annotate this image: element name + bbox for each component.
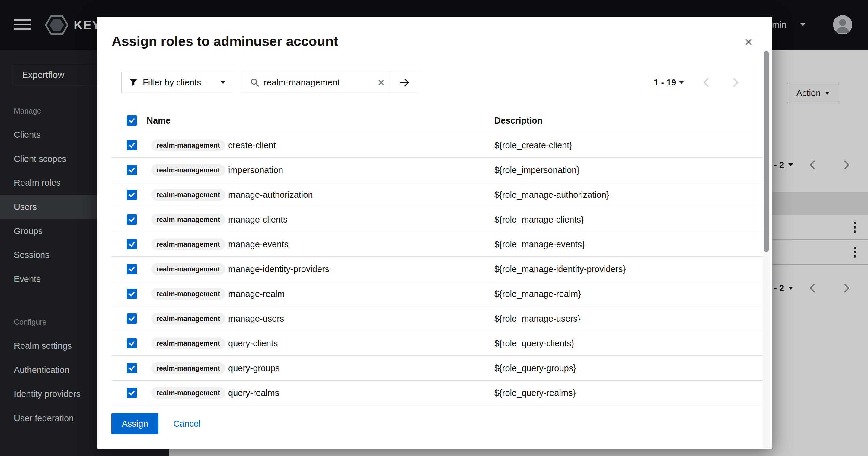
row-checkbox[interactable] — [127, 338, 137, 348]
row-checkbox[interactable] — [127, 289, 137, 299]
row-checkbox[interactable] — [127, 165, 137, 175]
search-icon — [250, 78, 259, 87]
role-description-cell: ${role_query-groups} — [494, 363, 576, 373]
client-badge: realm-management — [151, 313, 225, 324]
role-description-cell: ${role_manage-users} — [494, 313, 580, 323]
assign-button[interactable]: Assign — [112, 413, 158, 434]
table-row: realm-management manage-authorization ${… — [112, 182, 763, 207]
role-description-cell: ${role_manage-events} — [494, 239, 585, 249]
role-name-cell: manage-identity-providers — [228, 264, 329, 274]
filter-label: Filter by clients — [143, 78, 216, 88]
client-badge: realm-management — [151, 263, 225, 275]
filter-caret-icon — [221, 81, 225, 84]
role-description-cell: ${role_manage-authorization} — [494, 190, 609, 200]
arrow-right-icon — [400, 77, 410, 88]
close-icon[interactable]: × — [740, 34, 756, 50]
search-input-wrapper: × — [244, 72, 391, 93]
table-row: realm-management query-realms ${role_que… — [112, 380, 763, 405]
role-description-cell: ${role_query-realms} — [494, 388, 576, 398]
search-input[interactable] — [264, 78, 374, 88]
pagination: 1 - 19 — [654, 72, 741, 93]
table-row: realm-management query-groups ${role_que… — [112, 356, 763, 380]
column-header-name: Name — [147, 116, 170, 125]
client-badge: realm-management — [151, 238, 225, 250]
row-checkbox[interactable] — [127, 363, 137, 373]
role-name-cell: query-clients — [228, 338, 278, 348]
row-checkbox[interactable] — [127, 388, 137, 398]
client-badge: realm-management — [151, 362, 225, 374]
roles-table-body: realm-management create-client ${role_cr… — [112, 133, 763, 405]
client-badge: realm-management — [151, 164, 225, 176]
search-group: × — [244, 72, 419, 93]
clear-search-icon[interactable]: × — [378, 77, 384, 88]
role-description-cell: ${role_manage-realm} — [494, 289, 581, 299]
role-name-cell: manage-clients — [228, 215, 288, 224]
role-name-cell: query-groups — [228, 363, 280, 373]
row-checkbox[interactable] — [127, 239, 137, 250]
table-row: realm-management impersonation ${role_im… — [112, 158, 763, 182]
role-description-cell: ${role_manage-identity-providers} — [494, 264, 626, 274]
pagination-range[interactable]: 1 - 19 — [654, 78, 676, 88]
table-row: realm-management query-clients ${role_qu… — [112, 331, 763, 356]
check-icon — [129, 167, 135, 173]
role-description-cell: ${role_impersonation} — [494, 165, 580, 175]
column-header-description: Description — [494, 116, 542, 125]
check-icon — [129, 290, 135, 297]
table-row: realm-management manage-realm ${role_man… — [112, 281, 763, 306]
pagination-prev-button[interactable] — [701, 77, 712, 88]
client-badge: realm-management — [151, 139, 225, 151]
check-icon — [129, 315, 135, 322]
table-row: realm-management manage-identity-provide… — [112, 257, 763, 281]
assign-roles-modal: Assign roles to adminuser account × Filt… — [97, 17, 772, 449]
role-name-cell: manage-events — [228, 239, 288, 249]
modal-scrollbar[interactable] — [763, 50, 770, 449]
role-name-cell: manage-realm — [228, 289, 285, 299]
check-icon — [129, 192, 135, 198]
check-icon — [129, 117, 135, 124]
role-description-cell: ${role_create-client} — [494, 140, 572, 150]
row-checkbox[interactable] — [127, 313, 137, 324]
role-name-cell: impersonation — [228, 165, 283, 175]
table-row: realm-management create-client ${role_cr… — [112, 133, 763, 158]
table-row: realm-management manage-events ${role_ma… — [112, 232, 763, 257]
check-icon — [129, 216, 135, 223]
role-description-cell: ${role_manage-clients} — [494, 215, 584, 224]
table-header: Name Description — [112, 108, 763, 133]
table-row: realm-management manage-users ${role_man… — [112, 306, 763, 331]
row-checkbox[interactable] — [127, 140, 137, 150]
client-badge: realm-management — [151, 387, 225, 399]
search-submit-button[interactable] — [391, 72, 419, 93]
row-checkbox[interactable] — [127, 215, 137, 225]
modal-scrollbar-thumb[interactable] — [764, 51, 769, 252]
filter-icon — [129, 78, 138, 87]
check-icon — [129, 241, 135, 248]
table-row: realm-management manage-clients ${role_m… — [112, 207, 763, 232]
check-icon — [129, 266, 135, 273]
role-name-cell: create-client — [228, 140, 276, 150]
role-description-cell: ${role_query-clients} — [494, 338, 574, 348]
row-checkbox[interactable] — [127, 264, 137, 274]
select-all-checkbox[interactable] — [127, 115, 137, 125]
pagination-next-button[interactable] — [730, 77, 741, 88]
row-checkbox[interactable] — [127, 190, 137, 200]
pagination-caret-icon[interactable] — [679, 81, 684, 84]
role-name-cell: manage-users — [228, 313, 284, 323]
client-badge: realm-management — [151, 189, 225, 201]
modal-title: Assign roles to adminuser account — [112, 33, 338, 49]
client-badge: realm-management — [151, 337, 225, 349]
role-name-cell: manage-authorization — [228, 190, 313, 200]
client-badge: realm-management — [151, 288, 225, 300]
check-icon — [129, 365, 135, 371]
check-icon — [129, 340, 135, 347]
check-icon — [129, 390, 135, 396]
filter-dropdown[interactable]: Filter by clients — [121, 72, 233, 93]
cancel-button[interactable]: Cancel — [173, 413, 200, 434]
role-name-cell: query-realms — [228, 388, 279, 398]
check-icon — [129, 142, 135, 149]
client-badge: realm-management — [151, 213, 225, 225]
